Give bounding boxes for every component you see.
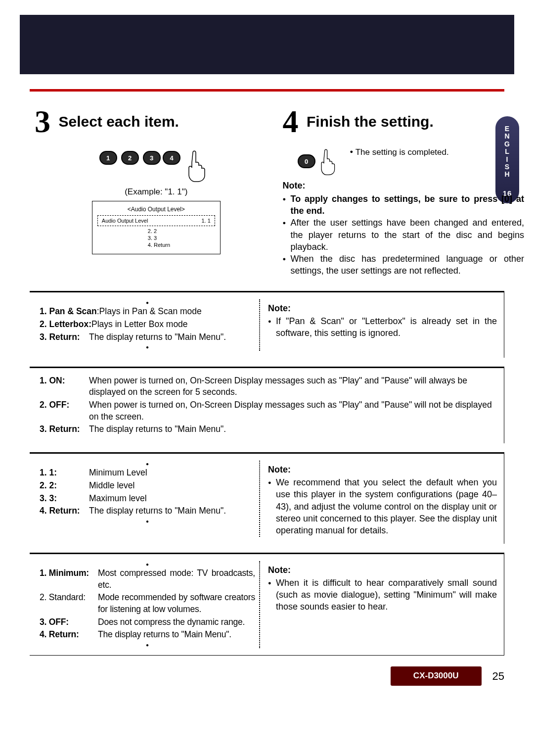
- section-note: Note: If "Pan & Scan" or "Letterbox" is …: [268, 302, 497, 339]
- key-1: 1: [99, 151, 117, 165]
- screen-row-label: Audio Output Level: [102, 217, 148, 225]
- step-3-number: 3: [35, 100, 50, 143]
- list-item: 1. Pan & Scan:Plays in Pan & Scan mode: [40, 306, 255, 318]
- example-label: (Example: "1. 1"): [35, 187, 278, 198]
- screen-row-value: 1. 1: [201, 217, 210, 225]
- list-item: 2. OFF:When power is turned on, On-Scree…: [40, 399, 497, 423]
- top-header-band: [20, 15, 514, 74]
- note-heading: Note:: [268, 302, 497, 314]
- screen-option: 3. 3: [148, 235, 215, 242]
- section-note: Note: When it is difficult to hear compa…: [268, 564, 497, 613]
- list-item: 4. Return:The display returns to "Main M…: [40, 505, 255, 517]
- list-item: 2. 2:Middle level: [40, 480, 255, 492]
- key-0: 0: [298, 154, 315, 168]
- step-4-title: Finish the setting.: [307, 113, 434, 130]
- note-item: To apply changes to settings, be sure to…: [283, 193, 524, 217]
- section-dynamic-range: ● 1. Minimum: Most compressed mode: TV b…: [30, 554, 504, 656]
- option-list: 1. 1:Minimum Level 2. 2:Middle level 3. …: [40, 467, 255, 517]
- note-item: When the disc has predetermined language…: [283, 253, 524, 277]
- section-audio-level: ● 1. 1:Minimum Level 2. 2:Middle level 3…: [30, 453, 504, 544]
- note-item: We recommend that you select the default…: [268, 476, 497, 536]
- note-heading: Note:: [268, 564, 497, 576]
- list-item: 4. Return:The display returns to "Main M…: [40, 629, 255, 641]
- note-item: If "Pan & Scan" or "Letterbox" is alread…: [268, 315, 497, 339]
- screen-title: <Audio Output Level>: [97, 205, 215, 213]
- list-item: 3. Return:The display returns to "Main M…: [40, 331, 255, 343]
- key-2: 2: [121, 151, 139, 165]
- hand-icon: [182, 148, 213, 183]
- list-item: 1. Minimum: Most compressed mode: TV bro…: [40, 567, 255, 591]
- step-4-action: 0 ● The setting is completed.: [298, 147, 524, 176]
- screen-option: 4. Return: [148, 242, 215, 249]
- list-item: 3. Return:The display returns to "Main M…: [40, 424, 497, 435]
- note-heading: Note:: [268, 464, 497, 475]
- section-osd: 1. ON:When power is turned on, On-Screen…: [30, 368, 504, 443]
- note-item: When it is difficult to hear comparative…: [268, 577, 497, 613]
- option-list: 1. Pan & Scan:Plays in Pan & Scan mode 2…: [40, 306, 255, 343]
- key-3: 3: [143, 151, 161, 165]
- step-3-title: Select each item.: [58, 113, 178, 130]
- option-list: 1. ON:When power is turned on, On-Screen…: [40, 375, 497, 435]
- step-4-note: Note: To apply changes to settings, be s…: [283, 180, 524, 277]
- page-number: 25: [492, 669, 504, 684]
- step-4-number: 4: [283, 100, 299, 143]
- list-item: 1. 1:Minimum Level: [40, 467, 255, 479]
- list-item: 1. ON:When power is turned on, On-Screen…: [40, 375, 497, 398]
- list-item: 2. Standard: Mode recommended by softwar…: [40, 592, 255, 615]
- page-footer: CX-D3000U 25: [30, 666, 504, 686]
- list-item: 2. Letterbox: Plays in Letter Box mode: [40, 319, 255, 331]
- section-tv-aspect: ● 1. Pan & Scan:Plays in Pan & Scan mode…: [30, 292, 504, 358]
- setting-complete-text: The setting is completed.: [356, 147, 449, 157]
- note-item: After the user settings have been change…: [283, 217, 524, 253]
- screen-options: 2. 2 3. 3 4. Return: [97, 228, 215, 248]
- red-divider: [30, 89, 504, 92]
- note-heading: Note:: [283, 180, 524, 191]
- section-note: Note: We recommend that you select the d…: [268, 464, 497, 537]
- step-4: 4 Finish the setting. 0 ● The setting is…: [278, 100, 534, 277]
- screen-mockup: <Audio Output Level> Audio Output Level …: [92, 201, 221, 254]
- list-item: 3. 3:Maximum level: [40, 493, 255, 505]
- key-4: 4: [163, 151, 180, 165]
- option-list: 1. Minimum: Most compressed mode: TV bro…: [40, 567, 255, 641]
- screen-option: 2. 2: [148, 228, 215, 235]
- list-item: 3. OFF:Does not compress the dynamic ran…: [40, 616, 255, 628]
- step-3: 3 Select each item. 1 2 3 4: [0, 100, 278, 277]
- screen-selected-row: Audio Output Level 1. 1: [97, 215, 215, 227]
- steps-row: 3 Select each item. 1 2 3 4: [0, 100, 534, 277]
- hand-icon: [316, 147, 341, 176]
- keypad-diagram: 1 2 3 4: [35, 148, 278, 183]
- model-badge: CX-D3000U: [391, 666, 482, 686]
